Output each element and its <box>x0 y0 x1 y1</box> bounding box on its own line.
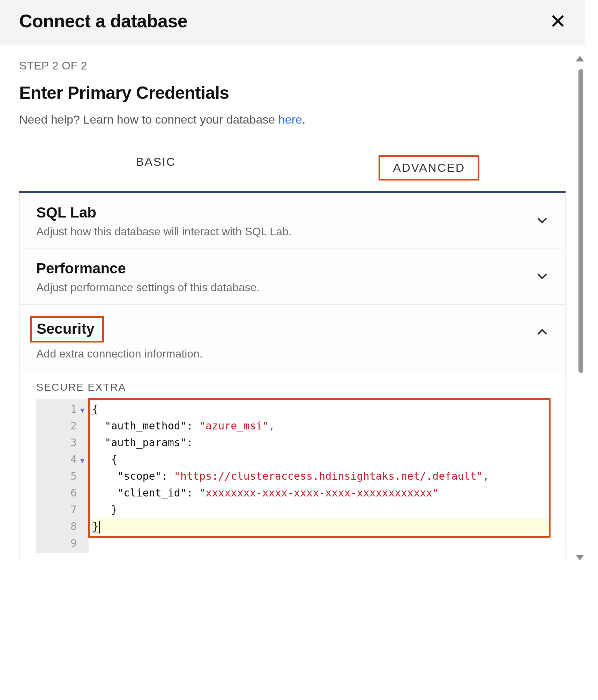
fold-arrow-icon[interactable]: ▼ <box>77 405 84 416</box>
help-suffix: . <box>302 113 305 126</box>
modal-body: STEP 2 OF 2 Enter Primary Credentials Ne… <box>0 45 585 560</box>
brace-match-highlight <box>90 401 94 415</box>
code-line: "auth_method": "azure_msi", <box>92 418 548 434</box>
scroll-down-arrow-icon[interactable] <box>576 555 584 560</box>
help-text: Need help? Learn how to connect your dat… <box>19 113 566 126</box>
security-desc: Add extra connection information. <box>36 347 203 360</box>
security-title-highlight: Security <box>30 316 104 342</box>
advanced-accordion: SQL Lab Adjust how this database will in… <box>19 193 566 560</box>
accordion-item-sql-lab: SQL Lab Adjust how this database will in… <box>20 193 565 249</box>
accordion-head-security[interactable]: Security Add extra connection informatio… <box>20 305 565 371</box>
scroll-up-arrow-icon[interactable] <box>576 56 584 61</box>
line-number: 1▼ <box>45 401 84 418</box>
secure-extra-label: SECURE EXTRA <box>36 381 548 393</box>
tab-basic[interactable]: BASIC <box>19 144 292 191</box>
line-number: 5▼ <box>45 468 84 485</box>
chevron-down-icon <box>536 270 548 284</box>
chevron-down-icon <box>536 214 548 228</box>
vertical-scrollbar[interactable] <box>578 56 585 560</box>
code-gutter: 1▼ 2▼ 3▼ 4▼ 5▼ 6▼ 7▼ 8▼ 9▼ <box>36 399 89 553</box>
line-number: 6▼ <box>45 485 84 501</box>
accordion-item-performance: Performance Adjust performance settings … <box>20 249 565 305</box>
tab-basic-label: BASIC <box>136 155 176 168</box>
line-number: 9▼ <box>45 535 84 552</box>
security-panel-body: SECURE EXTRA 1▼ 2▼ 3▼ 4▼ 5▼ 6▼ 7▼ <box>20 371 565 560</box>
code-line: "scope": "https://clusteraccess.hdinsigh… <box>92 468 548 485</box>
scroll-thumb[interactable] <box>578 69 583 373</box>
modal-header: Connect a database <box>0 0 585 45</box>
fold-arrow-icon[interactable]: ▼ <box>77 455 84 466</box>
sql-lab-desc: Adjust how this database will interact w… <box>36 225 292 238</box>
chevron-up-icon <box>536 326 548 340</box>
code-line: "auth_params": <box>92 434 548 451</box>
performance-title: Performance <box>36 260 126 277</box>
code-line: { <box>92 401 548 418</box>
code-line: "client_id": "xxxxxxxx-xxxx-xxxx-xxxx-xx… <box>92 485 548 501</box>
line-number: 4▼ <box>45 451 84 468</box>
tab-advanced[interactable]: ADVANCED <box>292 144 566 191</box>
line-number: 3▼ <box>45 434 84 451</box>
step-indicator: STEP 2 OF 2 <box>19 59 566 72</box>
accordion-head-sql-lab[interactable]: SQL Lab Adjust how this database will in… <box>20 193 565 249</box>
line-number: 7▼ <box>45 501 84 518</box>
close-icon[interactable] <box>550 13 566 29</box>
code-line: } <box>92 501 548 518</box>
modal-title: Connect a database <box>19 10 187 31</box>
tab-advanced-highlight: ADVANCED <box>379 155 479 180</box>
code-line <box>92 535 548 552</box>
security-title: Security <box>37 320 95 337</box>
code-area[interactable]: { "auth_method": "azure_msi", "auth_para… <box>89 399 548 553</box>
connect-database-modal: Connect a database STEP 2 OF 2 Enter Pri… <box>0 0 585 560</box>
line-number: 8▼ <box>45 518 84 535</box>
sql-lab-title: SQL Lab <box>36 204 96 221</box>
accordion-head-performance[interactable]: Performance Adjust performance settings … <box>20 249 565 304</box>
help-prefix: Need help? Learn how to connect your dat… <box>19 113 278 126</box>
line-number: 2▼ <box>45 418 84 434</box>
help-link[interactable]: here <box>278 113 302 126</box>
accordion-item-security: Security Add extra connection informatio… <box>20 305 565 560</box>
code-line: { <box>92 451 548 468</box>
tabs: BASIC ADVANCED <box>19 144 566 193</box>
code-line-current: } <box>92 518 548 535</box>
secure-extra-code-editor[interactable]: 1▼ 2▼ 3▼ 4▼ 5▼ 6▼ 7▼ 8▼ 9▼ <box>36 399 548 553</box>
text-cursor <box>99 521 100 533</box>
sub-title: Enter Primary Credentials <box>19 83 566 103</box>
performance-desc: Adjust performance settings of this data… <box>36 281 260 294</box>
tab-advanced-label: ADVANCED <box>393 161 465 174</box>
